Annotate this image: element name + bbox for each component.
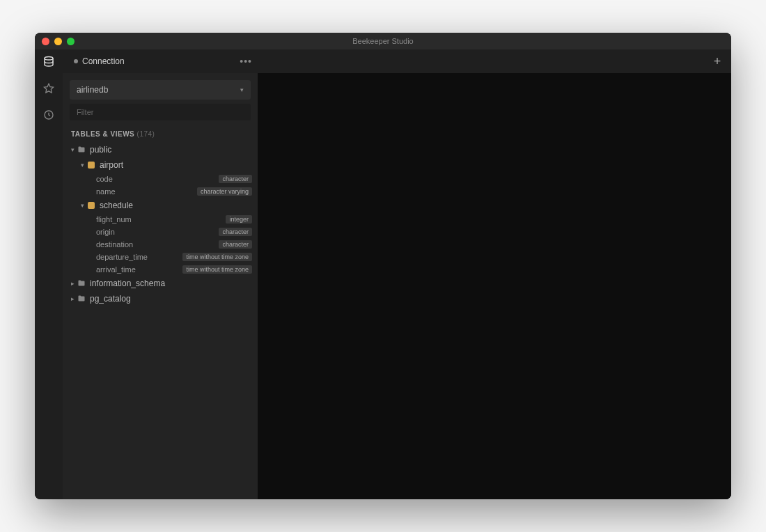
traffic-lights <box>42 38 75 45</box>
sidebar-tabbar: Connection ••• <box>63 49 258 73</box>
filter-input[interactable] <box>77 108 244 116</box>
history-icon[interactable] <box>42 108 56 122</box>
column-row[interactable]: arrival_timetime without time zone <box>63 263 258 276</box>
column-type-badge: time without time zone <box>182 265 252 274</box>
schema-item-pg_catalog[interactable]: ▸pg_catalog <box>63 291 258 306</box>
folder-icon <box>77 279 86 288</box>
svg-marker-1 <box>44 84 53 93</box>
app-window: Beekeeper Studio Connection ••• ai <box>35 33 731 499</box>
column-name: flight_num <box>96 215 132 224</box>
expand-caret-icon: ▸ <box>68 295 77 302</box>
tree-item-label: information_schema <box>90 279 165 288</box>
column-row[interactable]: namecharacter varying <box>63 185 258 198</box>
new-tab-button[interactable]: + <box>710 54 724 68</box>
column-row[interactable]: flight_numinteger <box>63 213 258 226</box>
schema-item-public[interactable]: ▾public <box>63 142 258 157</box>
main-area: + <box>258 49 731 499</box>
column-row[interactable]: codecharacter <box>63 173 258 185</box>
column-row[interactable]: departure_timetime without time zone <box>63 251 258 263</box>
main-tabbar: + <box>258 49 731 73</box>
column-type-badge: integer <box>226 215 252 224</box>
column-type-badge: time without time zone <box>182 253 252 261</box>
table-item-airport[interactable]: ▾airport <box>63 157 258 173</box>
column-name: departure_time <box>96 253 148 261</box>
database-selected-name: airlinedb <box>77 85 108 95</box>
column-type-badge: character <box>219 240 252 249</box>
table-item-schedule[interactable]: ▾schedule <box>63 198 258 213</box>
star-icon[interactable] <box>42 81 56 95</box>
column-name: origin <box>96 228 115 236</box>
expand-caret-icon: ▸ <box>68 280 77 287</box>
window-maximize-button[interactable] <box>67 38 75 45</box>
window-close-button[interactable] <box>42 38 49 45</box>
schema-tree: ▾public▾airportcodecharacternamecharacte… <box>63 142 258 499</box>
column-row[interactable]: origincharacter <box>63 226 258 238</box>
column-name: arrival_time <box>96 265 136 274</box>
schema-item-information_schema[interactable]: ▸information_schema <box>63 276 258 291</box>
column-type-badge: character <box>219 175 252 183</box>
column-type-badge: character <box>219 228 252 236</box>
tab-menu-button[interactable]: ••• <box>240 56 252 67</box>
titlebar: Beekeeper Studio <box>35 33 731 49</box>
column-name: destination <box>96 240 133 249</box>
connection-tab-label: Connection <box>82 56 125 66</box>
chevron-down-icon: ▾ <box>240 86 244 93</box>
column-row[interactable]: destinationcharacter <box>63 238 258 251</box>
database-selector[interactable]: airlinedb ▾ <box>70 80 251 100</box>
column-type-badge: character varying <box>197 187 252 196</box>
connection-status-dot <box>74 59 78 63</box>
app-title: Beekeeper Studio <box>352 37 413 45</box>
expand-caret-icon: ▾ <box>78 162 86 169</box>
folder-icon <box>77 295 86 303</box>
folder-icon <box>77 146 86 154</box>
tree-item-label: pg_catalog <box>90 294 131 304</box>
svg-point-0 <box>45 57 53 61</box>
app-body: Connection ••• airlinedb ▾ TABLES & VIEW… <box>35 49 731 499</box>
tree-item-label: schedule <box>100 201 133 210</box>
connection-tab[interactable]: Connection <box>68 54 130 69</box>
filter-field[interactable] <box>70 104 251 120</box>
section-count: (174) <box>137 130 155 138</box>
sidebar: Connection ••• airlinedb ▾ TABLES & VIEW… <box>63 49 258 499</box>
editor-area[interactable] <box>258 73 731 499</box>
column-name: code <box>96 175 113 183</box>
expand-caret-icon: ▾ <box>78 202 86 209</box>
tree-item-label: airport <box>100 160 123 170</box>
table-icon <box>86 202 96 209</box>
window-minimize-button[interactable] <box>54 38 62 45</box>
expand-caret-icon: ▾ <box>68 146 77 153</box>
database-icon[interactable] <box>42 55 56 69</box>
tables-section-header: TABLES & VIEWS (174) <box>63 126 258 142</box>
column-name: name <box>96 187 116 196</box>
section-label: TABLES & VIEWS <box>71 130 134 138</box>
tree-item-label: public <box>90 145 111 155</box>
nav-rail <box>35 49 63 499</box>
table-icon <box>86 162 96 169</box>
